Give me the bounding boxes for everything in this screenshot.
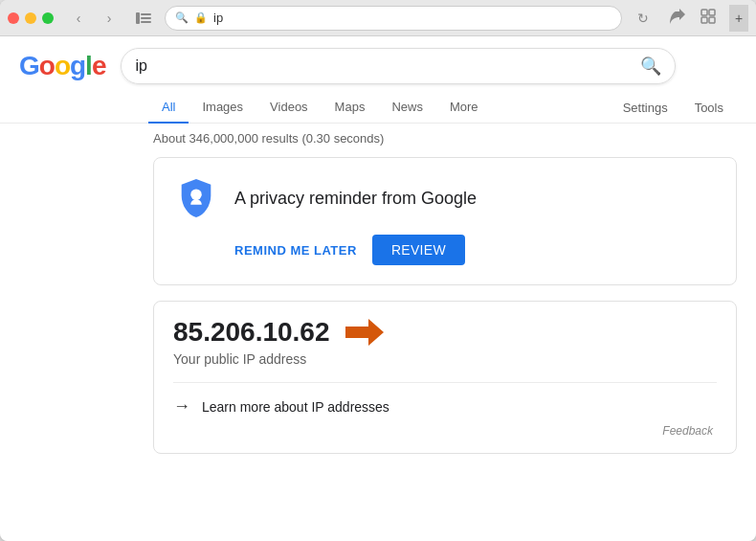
ip-result-card: 85.206.10.62 Your public IP address → Le… (153, 301, 737, 454)
svg-rect-0 (136, 12, 140, 24)
svg-rect-5 (709, 10, 715, 15)
lock-icon: 🔒 (194, 11, 208, 24)
svg-rect-2 (141, 17, 151, 19)
tab-all[interactable]: All (148, 92, 189, 124)
fullscreen-button[interactable] (695, 8, 722, 29)
learn-more-row[interactable]: → Learn more about IP addresses (173, 382, 717, 417)
svg-rect-7 (709, 17, 715, 23)
tab-maps[interactable]: Maps (322, 92, 379, 124)
privacy-reminder-card: A privacy reminder from Google REMIND ME… (153, 157, 737, 285)
search-query: ip (135, 57, 633, 75)
sidebar-button[interactable] (130, 8, 157, 29)
privacy-title: A privacy reminder from Google (234, 189, 477, 209)
tab-more[interactable]: More (436, 92, 492, 124)
google-logo: Google (19, 51, 105, 81)
page-content: Google ip 🔍 All Images Videos Maps News … (0, 36, 756, 541)
maximize-button[interactable] (42, 12, 54, 24)
search-address-icon: 🔍 (175, 11, 189, 24)
logo-g: G (19, 51, 39, 80)
learn-more-arrow-icon: → (173, 396, 190, 417)
browser-window: ‹ › 🔍 🔒 ip ↻ + Google (0, 0, 756, 541)
logo-e: e (92, 51, 106, 80)
address-bar[interactable]: 🔍 🔒 ip (165, 6, 622, 31)
feedback-text[interactable]: Feedback (662, 424, 713, 438)
privacy-card-content: A privacy reminder from Google (177, 177, 713, 219)
url-text: ip (213, 11, 611, 25)
share-button[interactable] (664, 8, 691, 29)
review-button[interactable]: REVIEW (372, 235, 465, 265)
traffic-lights (8, 12, 54, 24)
reload-button[interactable]: ↻ (630, 8, 656, 29)
remind-later-button[interactable]: REMIND ME LATER (234, 243, 357, 258)
svg-rect-3 (141, 21, 151, 23)
forward-button[interactable]: › (96, 8, 122, 29)
logo-o1: o (39, 51, 55, 80)
tab-news[interactable]: News (378, 92, 436, 124)
privacy-buttons: REMIND ME LATER REVIEW (234, 235, 713, 265)
close-button[interactable] (8, 12, 19, 24)
logo-o2: o (55, 51, 70, 80)
svg-point-8 (190, 189, 201, 199)
tab-tools[interactable]: Tools (681, 93, 737, 123)
minimize-button[interactable] (25, 12, 36, 24)
google-header: Google ip 🔍 (0, 36, 756, 84)
ip-address-row: 85.206.10.62 (173, 317, 717, 348)
svg-rect-6 (701, 17, 707, 23)
search-tabs: All Images Videos Maps News More Setting… (0, 84, 756, 124)
svg-rect-1 (141, 13, 151, 15)
results-count: About 346,000,000 results (0.30 seconds) (0, 124, 756, 153)
svg-rect-4 (701, 10, 707, 15)
search-box-wrapper: ip 🔍 (121, 48, 676, 84)
title-bar: ‹ › 🔍 🔒 ip ↻ + (0, 0, 756, 36)
ip-address: 85.206.10.62 (173, 317, 330, 348)
feedback-row: Feedback (173, 417, 717, 438)
tab-videos[interactable]: Videos (256, 92, 322, 124)
logo-l: l (85, 51, 92, 80)
ip-label: Your public IP address (173, 351, 717, 367)
svg-marker-9 (345, 319, 384, 346)
search-box[interactable]: ip 🔍 (121, 48, 676, 84)
logo-g2: g (70, 51, 85, 80)
arrow-icon (345, 319, 384, 346)
learn-more-text: Learn more about IP addresses (202, 399, 389, 415)
expand-button[interactable]: + (729, 5, 748, 32)
privacy-shield-icon (177, 177, 215, 219)
toolbar-right (664, 8, 722, 29)
nav-buttons: ‹ › (65, 8, 122, 29)
tab-images[interactable]: Images (189, 92, 256, 124)
tab-settings[interactable]: Settings (610, 93, 681, 123)
back-button[interactable]: ‹ (65, 8, 92, 29)
search-icon[interactable]: 🔍 (640, 56, 661, 77)
